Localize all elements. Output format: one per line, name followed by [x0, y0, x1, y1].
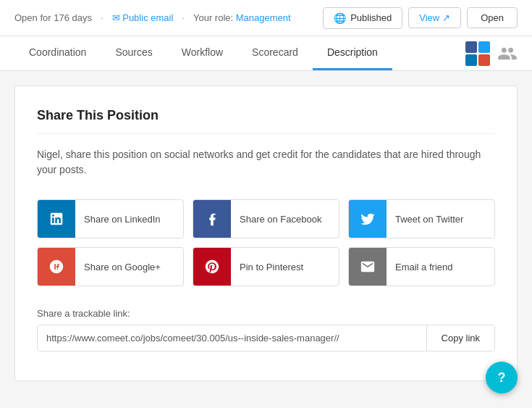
published-button[interactable]: 🌐 Published [323, 7, 402, 29]
pinterest-share-button[interactable]: Pin to Pinterest [193, 247, 339, 286]
facebook-share-button[interactable]: Share on Facebook [193, 199, 339, 238]
twitter-icon [349, 200, 387, 238]
copy-link-button[interactable]: Copy link [426, 325, 494, 351]
trackable-link-section: Share a trackable link: Copy link [37, 308, 495, 351]
nav-tabs: Coordination Sources Workflow Scorecard … [14, 36, 392, 70]
tab-workflow[interactable]: Workflow [167, 36, 237, 70]
google-social-icon [478, 54, 490, 66]
top-bar-right: 🌐 Published View ↗ Open [323, 7, 518, 29]
main-content: Share This Position Nigel, share this po… [14, 86, 518, 381]
top-bar-left: Open for 176 days · ✉ Public email · You… [14, 12, 291, 23]
public-email-link[interactable]: ✉ Public email [112, 12, 174, 23]
linkedin-label: Share on LinkedIn [75, 214, 169, 225]
tab-scorecard[interactable]: Scorecard [237, 36, 313, 70]
trackable-link-input[interactable] [38, 325, 426, 351]
globe-icon: 🌐 [334, 12, 346, 24]
social-icons-grid[interactable] [465, 41, 490, 66]
open-days-text: Open for 176 days [14, 12, 92, 23]
nav-bar: Coordination Sources Workflow Scorecard … [0, 36, 532, 71]
google-label: Share on Google+ [75, 262, 169, 272]
pinterest-icon [193, 248, 231, 286]
linkedin-icon [38, 200, 75, 238]
open-button[interactable]: Open [467, 7, 518, 28]
section-title: Share This Position [37, 108, 495, 134]
tab-description[interactable]: Description [313, 36, 392, 70]
role-value-link[interactable]: Management [236, 12, 291, 23]
nav-bar-right [465, 41, 518, 66]
top-bar: Open for 176 days · ✉ Public email · You… [0, 0, 532, 36]
twitter-social-icon [478, 41, 490, 53]
share-buttons-grid: Share on LinkedIn Share on Facebook Twee… [37, 199, 495, 286]
twitter-label: Tweet on Twitter [387, 214, 472, 225]
google-icon [38, 248, 75, 286]
tab-coordination[interactable]: Coordination [14, 36, 101, 70]
facebook-label: Share on Facebook [231, 214, 330, 225]
email-share-button[interactable]: Email a friend [348, 247, 495, 286]
tab-sources[interactable]: Sources [101, 36, 166, 70]
twitter-share-button[interactable]: Tweet on Twitter [348, 199, 495, 238]
google-share-button[interactable]: Share on Google+ [37, 247, 184, 286]
trackable-link-row: Copy link [37, 325, 495, 351]
email-icon [349, 248, 387, 286]
pinterest-label: Pin to Pinterest [231, 262, 312, 272]
trackable-link-label: Share a trackable link: [37, 308, 495, 319]
team-icon[interactable] [497, 43, 518, 64]
dot-separator: · [101, 12, 104, 23]
help-button[interactable]: ? [486, 362, 518, 394]
linkedin-social-icon [465, 54, 477, 66]
email-icon: ✉ [112, 12, 120, 23]
email-label: Email a friend [387, 262, 461, 272]
dot-separator-2: · [182, 12, 185, 23]
external-link-icon: ↗ [442, 12, 450, 23]
facebook-social-icon [465, 41, 477, 53]
linkedin-share-button[interactable]: Share on LinkedIn [37, 199, 184, 238]
role-label: Your role: Management [193, 12, 291, 23]
facebook-icon [193, 200, 231, 238]
share-description: Nigel, share this position on social net… [37, 147, 495, 178]
view-button[interactable]: View ↗ [408, 7, 461, 28]
